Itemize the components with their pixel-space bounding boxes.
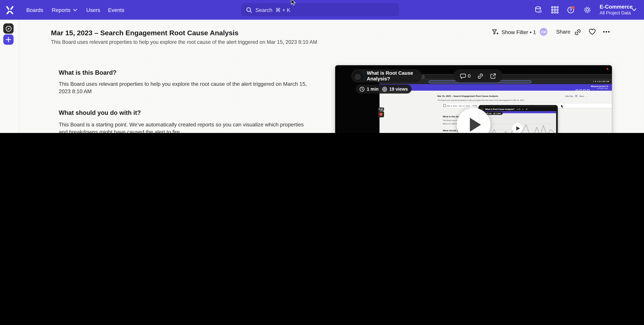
open-external-icon[interactable] <box>490 73 496 79</box>
mini-mixpanel-nav: BoardsReportsUsersEvents Mixpanel (proje… <box>380 84 612 91</box>
recording-dot <box>607 68 608 70</box>
project-chevron-down-icon[interactable] <box>632 8 636 11</box>
nested-video-screen: What is Root Cause Analysis? ▭ 0 ⌁↗ ◷ 18… <box>480 107 556 133</box>
share-button[interactable]: Share <box>556 29 570 35</box>
nav-item-users[interactable]: Users <box>86 0 100 20</box>
video-comments-button[interactable]: 0 <box>460 73 470 79</box>
board-subtitle: This Board uses relevant properties to h… <box>51 39 317 45</box>
compass-icon <box>5 25 12 32</box>
mini-board-subtitle: This Board uses relevant properties to h… <box>438 99 524 101</box>
play-icon <box>470 118 481 132</box>
more-options-button[interactable]: ••• <box>603 29 610 35</box>
nested-video-tablet: What is Root Cause Analysis? ▭ 0 ⌁↗ ◷ 18… <box>478 105 558 133</box>
notification-dot <box>572 6 574 9</box>
reports-chevron-down-icon <box>73 8 77 11</box>
show-filter-label: Show Filter • 1 <box>502 29 536 35</box>
search-icon <box>246 7 252 13</box>
video-duration: 1 min <box>367 87 378 91</box>
mini-header-controls: Hide FilterShare… <box>565 95 587 97</box>
nav-item-boards[interactable]: Boards <box>26 0 43 20</box>
user-avatar[interactable]: CM <box>540 28 547 35</box>
video-title-pill: What is Root Cause Analysis? <box>351 69 422 82</box>
mini-board-title: Mar 15, 2023 – Search Engagement Root Ca… <box>438 95 498 97</box>
comment-icon <box>460 73 466 79</box>
left-sidebar: →| <box>0 20 19 133</box>
data-management-icon[interactable] <box>534 6 543 14</box>
copy-link-icon[interactable] <box>574 29 581 36</box>
video-views: 19 views <box>389 87 408 91</box>
favorite-heart-icon[interactable] <box>588 28 596 35</box>
search-placeholder: Search ⌘ + K <box>256 7 290 13</box>
nav-item-reports[interactable]: Reports <box>52 0 77 20</box>
apps-grid-icon[interactable] <box>551 6 559 14</box>
video-meta-pill: 1 min 19 views <box>356 84 412 93</box>
mouse-cursor <box>291 0 296 6</box>
mini-project-scope: All Project Data <box>597 88 608 89</box>
nested-video-titlebar: What is Root Cause Analysis? ▭ 0 ⌁↗ <box>480 107 556 111</box>
video-author-avatar <box>353 71 363 81</box>
search-input[interactable]: Search ⌘ + K <box>241 3 399 16</box>
video-title: What is Root Cause Analysis? <box>367 70 422 82</box>
intro-heading-1: What is this Board? <box>59 69 116 76</box>
views-icon <box>382 86 387 92</box>
video-action-pill: 0 <box>454 69 503 82</box>
discover-compass-button[interactable] <box>3 23 14 33</box>
settings-gear-icon[interactable] <box>583 6 592 14</box>
mini-project-name: Mixpanel (project 3) <box>591 85 608 87</box>
plus-icon <box>6 37 11 42</box>
clock-icon <box>359 86 365 92</box>
nested-video-title: What is Root Cause Analysis? <box>485 108 514 110</box>
mini-range-chip: Today <box>472 105 477 107</box>
project-name[interactable]: E-Commerce <box>600 4 632 10</box>
help-icon[interactable]: ? <box>567 6 575 14</box>
video-mouse-cursor <box>561 104 564 109</box>
mini-extension-icons <box>593 81 608 82</box>
board-page: BoardsReportsUsersEvents Search ⌘ + K <box>0 0 644 133</box>
video-player[interactable]: Mar 15, 2023 – Search Enga… BoardsReport… <box>335 65 612 133</box>
recording-elapsed-badge: 0:02 <box>378 107 384 111</box>
record-stop-button[interactable] <box>378 111 384 117</box>
video-link-icon[interactable] <box>477 73 483 79</box>
mixpanel-logo[interactable] <box>6 5 14 14</box>
project-scope: All Project Data <box>600 10 631 15</box>
intro-heading-2: What should you do with it? <box>59 109 141 116</box>
filter-icon <box>492 29 499 36</box>
mini-nav-icons <box>576 86 590 93</box>
show-filter-button[interactable]: Show Filter • 1 <box>492 29 536 36</box>
board-title: Mar 15, 2023 – Search Engagement Root Ca… <box>51 29 238 37</box>
intro-paragraph-2: This Board is a starting point. We’ve au… <box>59 121 310 133</box>
svg-text:?: ? <box>570 8 572 12</box>
top-nav: BoardsReportsUsersEvents Search ⌘ + K <box>0 0 644 20</box>
app-window: BoardsReportsUsersEvents Search ⌘ + K <box>0 0 644 133</box>
add-board-button[interactable] <box>3 34 14 45</box>
nested-play-button <box>512 123 523 133</box>
intro-paragraph-1: This Board uses relevant properties to h… <box>59 80 310 95</box>
nav-item-events[interactable]: Events <box>108 0 124 20</box>
